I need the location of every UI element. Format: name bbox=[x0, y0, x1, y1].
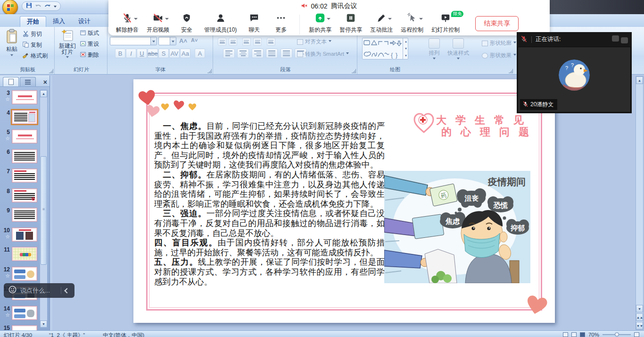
meeting-button-remote-control[interactable]: 远程控制 bbox=[401, 13, 423, 34]
meeting-button-slide-control[interactable]: 限免幻灯片控制 bbox=[431, 13, 460, 34]
office-button[interactable] bbox=[2, 0, 18, 15]
shrink-font-button[interactable]: A˅ bbox=[191, 37, 198, 43]
scroll-up-icon[interactable]: ▲ bbox=[636, 76, 643, 84]
line-spacing-button[interactable] bbox=[267, 38, 275, 46]
normal-view-icon[interactable] bbox=[563, 332, 568, 337]
tab-insert[interactable]: 插入 bbox=[46, 16, 72, 27]
thumbnail-preview[interactable] bbox=[12, 227, 37, 242]
video-layout-icons[interactable] bbox=[612, 35, 628, 43]
bold-button[interactable]: B bbox=[115, 49, 125, 58]
character-spacing-button[interactable]: AV bbox=[169, 49, 180, 58]
combo-dropdown-icon[interactable] bbox=[170, 37, 176, 45]
font-color-button[interactable]: A bbox=[195, 49, 205, 58]
align-text-button[interactable]: 对齐文本 bbox=[297, 38, 331, 45]
bullets-button[interactable] bbox=[218, 38, 226, 46]
thumbnail-preview[interactable] bbox=[12, 188, 37, 202]
increase-indent-button[interactable] bbox=[253, 38, 262, 46]
paste-button[interactable]: 粘贴 bbox=[3, 29, 21, 58]
slide-canvas[interactable]: 大学生常见 的心理问题 一、焦虑。目前，同学们已经充分认识到新冠肺炎疫情的严重性… bbox=[133, 79, 555, 323]
scrollbar-thumb[interactable] bbox=[41, 156, 47, 265]
italic-button[interactable]: I bbox=[126, 49, 136, 58]
video-feed[interactable]: ?? 20潘静文 bbox=[518, 47, 631, 112]
shadow-button[interactable]: S bbox=[158, 49, 169, 58]
meeting-button-annotate[interactable]: 互动批注 bbox=[370, 13, 393, 34]
thumbnail-preview[interactable] bbox=[12, 110, 37, 124]
paragraph-dialog-launcher-icon[interactable] bbox=[352, 69, 356, 73]
chat-overlay[interactable]: 说点什么... bbox=[4, 283, 74, 298]
meeting-button-chat[interactable]: 聊天 bbox=[245, 13, 264, 34]
thumbnail-preview[interactable] bbox=[12, 247, 37, 261]
change-case-button[interactable]: Aa bbox=[180, 49, 190, 58]
tab-slides-thumbnails[interactable] bbox=[3, 77, 19, 86]
meeting-titlebar[interactable]: 06:02 腾讯会议 bbox=[108, 0, 550, 12]
scroll-down-icon[interactable]: ▼ bbox=[636, 305, 643, 312]
meeting-button-pause-share[interactable]: 暂停共享 bbox=[339, 13, 362, 34]
arrange-button[interactable]: 排列 bbox=[423, 38, 445, 61]
decrease-indent-button[interactable] bbox=[242, 38, 251, 46]
editor-vertical-scrollbar[interactable]: ▲ ▼ ▲▲ ▼▼ bbox=[636, 76, 644, 330]
thumbnail-preview[interactable] bbox=[12, 129, 37, 143]
thumbnail-preview[interactable] bbox=[12, 267, 37, 281]
new-slide-button[interactable]: 新建幻灯片 bbox=[57, 29, 78, 59]
distribute-button[interactable] bbox=[281, 49, 292, 58]
meeting-button-security[interactable]: 安全 bbox=[177, 13, 196, 34]
font-size-combobox[interactable] bbox=[158, 37, 176, 45]
copy-button[interactable]: 复制 bbox=[23, 41, 48, 50]
slideshow-view-icon[interactable] bbox=[580, 332, 585, 337]
delete-slide-button[interactable]: 删除 bbox=[80, 51, 99, 59]
quick-styles-button[interactable]: 快速样式 bbox=[446, 38, 471, 61]
save-icon[interactable] bbox=[26, 2, 32, 10]
language-indicator[interactable]: 中文(简体，中国) bbox=[103, 332, 144, 337]
thumbnail-preview[interactable] bbox=[12, 208, 37, 222]
collapse-chevron-icon[interactable] bbox=[64, 288, 69, 293]
reset-button[interactable]: 重设 bbox=[80, 40, 99, 49]
end-share-button[interactable]: 结束共享 bbox=[475, 16, 519, 31]
chat-input-placeholder[interactable]: 说点什么... bbox=[20, 286, 57, 295]
grow-font-button[interactable]: A˄ bbox=[179, 37, 187, 44]
emoji-icon[interactable] bbox=[8, 286, 17, 295]
align-center-button[interactable] bbox=[237, 49, 249, 58]
justify-button[interactable] bbox=[266, 49, 278, 58]
tab-design[interactable]: 设计 bbox=[72, 16, 97, 27]
slide-sorter-view-icon[interactable] bbox=[571, 332, 577, 337]
tab-outline[interactable] bbox=[20, 77, 36, 86]
format-painter-button[interactable]: 格式刷 bbox=[23, 51, 48, 60]
thumbnail-preview[interactable] bbox=[12, 149, 37, 163]
meeting-button-new-share[interactable]: 新的共享 bbox=[309, 13, 331, 34]
tab-home[interactable]: 开始 bbox=[20, 16, 46, 27]
previous-slide-icon[interactable]: ▲▲ bbox=[636, 313, 643, 321]
clipboard-dialog-launcher-icon[interactable] bbox=[49, 69, 53, 73]
shape-effects-button[interactable]: 形状效果 bbox=[482, 52, 516, 59]
slide-title[interactable]: 大学生常见 的心理问题 bbox=[436, 114, 538, 138]
thumbnail-preview[interactable] bbox=[12, 90, 37, 104]
undo-icon[interactable] bbox=[35, 2, 41, 10]
shape-outline-button[interactable]: 形状轮廓 bbox=[482, 40, 516, 47]
font-dialog-launcher-icon[interactable] bbox=[207, 69, 212, 73]
cut-button[interactable]: 剪切 bbox=[23, 30, 48, 39]
thumbnail-preview[interactable] bbox=[12, 168, 37, 183]
next-slide-icon[interactable]: ▼▼ bbox=[636, 322, 643, 329]
meeting-button-start-video[interactable]: 开启视频 bbox=[147, 13, 169, 34]
thumbnail-preview[interactable] bbox=[12, 325, 37, 330]
font-name-combobox[interactable] bbox=[110, 37, 157, 45]
align-right-button[interactable] bbox=[252, 49, 264, 58]
video-panel[interactable]: 正在讲话: ?? 20潘静文 bbox=[517, 32, 632, 113]
layout-button[interactable]: 版式 bbox=[80, 29, 99, 38]
zoom-slider[interactable] bbox=[603, 334, 631, 335]
zoom-level[interactable]: 70% bbox=[588, 332, 599, 337]
combo-dropdown-icon[interactable] bbox=[150, 37, 157, 45]
meeting-button-members[interactable]: 管理成员(10) bbox=[204, 13, 237, 34]
meeting-button-more[interactable]: 更多 bbox=[272, 13, 290, 34]
strikethrough-button[interactable]: abe bbox=[148, 49, 158, 58]
close-pane-icon[interactable]: × bbox=[43, 78, 47, 86]
scroll-down-icon[interactable]: ▼ bbox=[40, 320, 47, 328]
scroll-up-icon[interactable]: ▲ bbox=[40, 90, 47, 97]
fit-to-window-icon[interactable] bbox=[634, 332, 639, 337]
shapes-scroll-buttons[interactable]: ▲▼▼ bbox=[403, 38, 409, 59]
drawing-dialog-launcher-icon[interactable] bbox=[509, 69, 513, 73]
shapes-gallery[interactable]: { } bbox=[362, 38, 408, 59]
underline-button[interactable]: U bbox=[137, 49, 147, 58]
qat-dropdown-icon[interactable] bbox=[54, 6, 57, 9]
slide-body-text[interactable]: 一、焦虑。目前，同学们已经充分认识到新冠肺炎疫情的严重性，由于我国政府强有力的举… bbox=[154, 121, 385, 311]
meeting-button-unmute[interactable]: 解除静音 bbox=[116, 13, 139, 34]
